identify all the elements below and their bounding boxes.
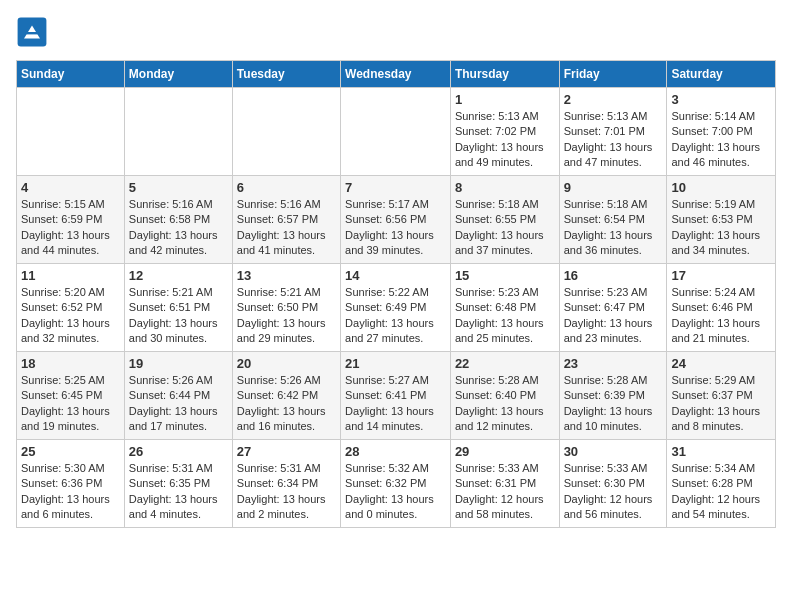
calendar-cell: 27Sunrise: 5:31 AM Sunset: 6:34 PM Dayli…	[232, 440, 340, 528]
day-info: Sunrise: 5:25 AM Sunset: 6:45 PM Dayligh…	[21, 373, 120, 435]
header-saturday: Saturday	[667, 61, 776, 88]
week-row-1: 1Sunrise: 5:13 AM Sunset: 7:02 PM Daylig…	[17, 88, 776, 176]
calendar-cell: 5Sunrise: 5:16 AM Sunset: 6:58 PM Daylig…	[124, 176, 232, 264]
day-info: Sunrise: 5:31 AM Sunset: 6:34 PM Dayligh…	[237, 461, 336, 523]
calendar-cell: 2Sunrise: 5:13 AM Sunset: 7:01 PM Daylig…	[559, 88, 667, 176]
header-tuesday: Tuesday	[232, 61, 340, 88]
day-info: Sunrise: 5:28 AM Sunset: 6:40 PM Dayligh…	[455, 373, 555, 435]
day-info: Sunrise: 5:19 AM Sunset: 6:53 PM Dayligh…	[671, 197, 771, 259]
day-number: 12	[129, 268, 228, 283]
day-number: 16	[564, 268, 663, 283]
day-number: 1	[455, 92, 555, 107]
calendar-cell: 23Sunrise: 5:28 AM Sunset: 6:39 PM Dayli…	[559, 352, 667, 440]
calendar-cell: 22Sunrise: 5:28 AM Sunset: 6:40 PM Dayli…	[450, 352, 559, 440]
day-info: Sunrise: 5:23 AM Sunset: 6:47 PM Dayligh…	[564, 285, 663, 347]
calendar-cell: 18Sunrise: 5:25 AM Sunset: 6:45 PM Dayli…	[17, 352, 125, 440]
day-number: 17	[671, 268, 771, 283]
day-info: Sunrise: 5:20 AM Sunset: 6:52 PM Dayligh…	[21, 285, 120, 347]
day-number: 8	[455, 180, 555, 195]
calendar-cell: 20Sunrise: 5:26 AM Sunset: 6:42 PM Dayli…	[232, 352, 340, 440]
day-info: Sunrise: 5:33 AM Sunset: 6:31 PM Dayligh…	[455, 461, 555, 523]
day-number: 10	[671, 180, 771, 195]
day-number: 31	[671, 444, 771, 459]
header-monday: Monday	[124, 61, 232, 88]
day-number: 9	[564, 180, 663, 195]
day-number: 22	[455, 356, 555, 371]
day-info: Sunrise: 5:31 AM Sunset: 6:35 PM Dayligh…	[129, 461, 228, 523]
calendar-cell: 4Sunrise: 5:15 AM Sunset: 6:59 PM Daylig…	[17, 176, 125, 264]
day-number: 13	[237, 268, 336, 283]
calendar-cell: 3Sunrise: 5:14 AM Sunset: 7:00 PM Daylig…	[667, 88, 776, 176]
day-info: Sunrise: 5:26 AM Sunset: 6:42 PM Dayligh…	[237, 373, 336, 435]
week-row-4: 18Sunrise: 5:25 AM Sunset: 6:45 PM Dayli…	[17, 352, 776, 440]
day-number: 24	[671, 356, 771, 371]
calendar-cell: 29Sunrise: 5:33 AM Sunset: 6:31 PM Dayli…	[450, 440, 559, 528]
header-wednesday: Wednesday	[341, 61, 451, 88]
week-row-2: 4Sunrise: 5:15 AM Sunset: 6:59 PM Daylig…	[17, 176, 776, 264]
calendar-cell: 26Sunrise: 5:31 AM Sunset: 6:35 PM Dayli…	[124, 440, 232, 528]
day-info: Sunrise: 5:16 AM Sunset: 6:58 PM Dayligh…	[129, 197, 228, 259]
day-number: 28	[345, 444, 446, 459]
day-info: Sunrise: 5:22 AM Sunset: 6:49 PM Dayligh…	[345, 285, 446, 347]
day-info: Sunrise: 5:30 AM Sunset: 6:36 PM Dayligh…	[21, 461, 120, 523]
day-number: 3	[671, 92, 771, 107]
day-number: 20	[237, 356, 336, 371]
header-row: SundayMondayTuesdayWednesdayThursdayFrid…	[17, 61, 776, 88]
day-info: Sunrise: 5:33 AM Sunset: 6:30 PM Dayligh…	[564, 461, 663, 523]
calendar-cell: 8Sunrise: 5:18 AM Sunset: 6:55 PM Daylig…	[450, 176, 559, 264]
calendar-cell: 30Sunrise: 5:33 AM Sunset: 6:30 PM Dayli…	[559, 440, 667, 528]
day-info: Sunrise: 5:18 AM Sunset: 6:55 PM Dayligh…	[455, 197, 555, 259]
calendar-cell	[341, 88, 451, 176]
day-info: Sunrise: 5:26 AM Sunset: 6:44 PM Dayligh…	[129, 373, 228, 435]
svg-rect-2	[26, 32, 39, 34]
day-number: 21	[345, 356, 446, 371]
calendar-cell: 11Sunrise: 5:20 AM Sunset: 6:52 PM Dayli…	[17, 264, 125, 352]
calendar-cell: 24Sunrise: 5:29 AM Sunset: 6:37 PM Dayli…	[667, 352, 776, 440]
day-number: 7	[345, 180, 446, 195]
day-info: Sunrise: 5:27 AM Sunset: 6:41 PM Dayligh…	[345, 373, 446, 435]
day-info: Sunrise: 5:16 AM Sunset: 6:57 PM Dayligh…	[237, 197, 336, 259]
day-info: Sunrise: 5:13 AM Sunset: 7:01 PM Dayligh…	[564, 109, 663, 171]
day-info: Sunrise: 5:21 AM Sunset: 6:50 PM Dayligh…	[237, 285, 336, 347]
day-info: Sunrise: 5:32 AM Sunset: 6:32 PM Dayligh…	[345, 461, 446, 523]
calendar-cell: 21Sunrise: 5:27 AM Sunset: 6:41 PM Dayli…	[341, 352, 451, 440]
calendar-cell: 1Sunrise: 5:13 AM Sunset: 7:02 PM Daylig…	[450, 88, 559, 176]
header-friday: Friday	[559, 61, 667, 88]
logo	[16, 16, 52, 48]
calendar-cell: 12Sunrise: 5:21 AM Sunset: 6:51 PM Dayli…	[124, 264, 232, 352]
calendar-cell: 10Sunrise: 5:19 AM Sunset: 6:53 PM Dayli…	[667, 176, 776, 264]
day-info: Sunrise: 5:13 AM Sunset: 7:02 PM Dayligh…	[455, 109, 555, 171]
day-info: Sunrise: 5:29 AM Sunset: 6:37 PM Dayligh…	[671, 373, 771, 435]
day-number: 30	[564, 444, 663, 459]
day-info: Sunrise: 5:28 AM Sunset: 6:39 PM Dayligh…	[564, 373, 663, 435]
calendar-cell: 28Sunrise: 5:32 AM Sunset: 6:32 PM Dayli…	[341, 440, 451, 528]
page-header	[16, 16, 776, 48]
day-number: 29	[455, 444, 555, 459]
day-info: Sunrise: 5:24 AM Sunset: 6:46 PM Dayligh…	[671, 285, 771, 347]
day-info: Sunrise: 5:18 AM Sunset: 6:54 PM Dayligh…	[564, 197, 663, 259]
calendar-cell: 14Sunrise: 5:22 AM Sunset: 6:49 PM Dayli…	[341, 264, 451, 352]
calendar-cell	[124, 88, 232, 176]
calendar-cell: 15Sunrise: 5:23 AM Sunset: 6:48 PM Dayli…	[450, 264, 559, 352]
day-info: Sunrise: 5:17 AM Sunset: 6:56 PM Dayligh…	[345, 197, 446, 259]
calendar-cell: 16Sunrise: 5:23 AM Sunset: 6:47 PM Dayli…	[559, 264, 667, 352]
day-number: 19	[129, 356, 228, 371]
day-number: 6	[237, 180, 336, 195]
calendar-cell: 25Sunrise: 5:30 AM Sunset: 6:36 PM Dayli…	[17, 440, 125, 528]
day-number: 15	[455, 268, 555, 283]
calendar-cell: 7Sunrise: 5:17 AM Sunset: 6:56 PM Daylig…	[341, 176, 451, 264]
day-number: 2	[564, 92, 663, 107]
day-number: 23	[564, 356, 663, 371]
header-sunday: Sunday	[17, 61, 125, 88]
day-number: 18	[21, 356, 120, 371]
day-info: Sunrise: 5:21 AM Sunset: 6:51 PM Dayligh…	[129, 285, 228, 347]
calendar-cell: 31Sunrise: 5:34 AM Sunset: 6:28 PM Dayli…	[667, 440, 776, 528]
day-info: Sunrise: 5:23 AM Sunset: 6:48 PM Dayligh…	[455, 285, 555, 347]
calendar-cell: 9Sunrise: 5:18 AM Sunset: 6:54 PM Daylig…	[559, 176, 667, 264]
day-number: 25	[21, 444, 120, 459]
day-number: 5	[129, 180, 228, 195]
day-number: 14	[345, 268, 446, 283]
calendar-cell: 6Sunrise: 5:16 AM Sunset: 6:57 PM Daylig…	[232, 176, 340, 264]
week-row-5: 25Sunrise: 5:30 AM Sunset: 6:36 PM Dayli…	[17, 440, 776, 528]
day-info: Sunrise: 5:15 AM Sunset: 6:59 PM Dayligh…	[21, 197, 120, 259]
